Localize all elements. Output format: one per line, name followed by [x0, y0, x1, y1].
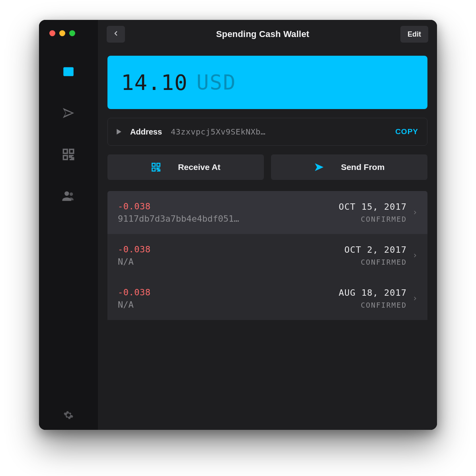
transaction-amount: -0.038	[118, 201, 339, 211]
qr-icon	[62, 148, 75, 163]
balance-amount: 14.10	[121, 70, 188, 95]
sidebar	[39, 20, 98, 430]
paper-plane-icon	[314, 162, 324, 172]
sidebar-item-send[interactable]	[60, 106, 76, 122]
transaction-status: CONFIRMED	[344, 258, 407, 266]
disclosure-triangle-icon	[117, 129, 121, 135]
transaction-amount: -0.038	[118, 287, 339, 297]
address-label: Address	[130, 127, 162, 137]
minimize-window-button[interactable]	[59, 30, 65, 36]
send-button-label: Send From	[341, 162, 385, 172]
zoom-window-button[interactable]	[69, 30, 75, 36]
receive-button-label: Receive At	[178, 162, 220, 172]
balance-currency: USD	[197, 70, 236, 94]
transaction-date: OCT 15, 2017	[339, 202, 407, 212]
chevron-left-icon	[112, 30, 119, 39]
gear-icon	[63, 410, 74, 422]
transaction-row[interactable]: -0.038 N/A AUG 18, 2017 CONFIRMED	[107, 277, 427, 320]
copy-address-button[interactable]: COPY	[395, 127, 418, 136]
transaction-date: OCT 2, 2017	[344, 245, 407, 255]
main-panel: Spending Cash Wallet Edit 14.10 USD Addr…	[98, 20, 437, 430]
sidebar-item-wallets[interactable]	[60, 64, 76, 80]
back-button[interactable]	[107, 26, 125, 43]
chevron-right-icon	[412, 251, 418, 260]
svg-rect-3	[70, 149, 74, 153]
chevron-right-icon	[412, 208, 418, 217]
transaction-date: AUG 18, 2017	[339, 288, 407, 298]
page-title: Spending Cash Wallet	[131, 29, 395, 39]
contacts-icon	[62, 189, 75, 204]
action-buttons: Receive At Send From	[107, 154, 427, 180]
header: Spending Cash Wallet Edit	[98, 20, 437, 49]
edit-button[interactable]: Edit	[400, 26, 428, 43]
svg-rect-2	[63, 149, 67, 153]
svg-rect-4	[63, 156, 67, 160]
svg-rect-9	[157, 163, 160, 166]
transaction-status: CONFIRMED	[339, 301, 407, 309]
svg-rect-10	[152, 168, 155, 171]
qr-icon	[151, 162, 161, 172]
sidebar-item-contacts[interactable]	[60, 189, 76, 205]
paper-plane-icon	[62, 106, 75, 121]
receive-button[interactable]: Receive At	[107, 154, 264, 180]
transaction-detail: 9117db7d3a7bb4e4bdf051…	[118, 214, 339, 224]
transaction-status: CONFIRMED	[339, 215, 407, 223]
svg-rect-8	[152, 163, 155, 166]
transaction-detail: N/A	[118, 300, 339, 310]
svg-point-5	[64, 191, 69, 196]
transaction-list: -0.038 9117db7d3a7bb4e4bdf051… OCT 15, 2…	[107, 191, 427, 320]
sidebar-item-receive[interactable]	[60, 147, 76, 163]
send-button[interactable]: Send From	[271, 154, 427, 180]
svg-point-6	[70, 193, 73, 196]
transaction-amount: -0.038	[118, 244, 344, 254]
balance-card: 14.10 USD	[107, 56, 427, 109]
transaction-row[interactable]: -0.038 9117db7d3a7bb4e4bdf051… OCT 15, 2…	[107, 191, 427, 234]
svg-rect-1	[63, 67, 74, 70]
sidebar-item-settings[interactable]	[60, 414, 76, 430]
address-value: 43zxvpcj5Xv9SEkNXb…	[171, 127, 386, 137]
close-window-button[interactable]	[49, 30, 55, 36]
window-controls	[49, 30, 75, 36]
app-window: Spending Cash Wallet Edit 14.10 USD Addr…	[39, 20, 437, 430]
transaction-row[interactable]: -0.038 N/A OCT 2, 2017 CONFIRMED	[107, 234, 427, 277]
address-row[interactable]: Address 43zxvpcj5Xv9SEkNXb… COPY	[107, 118, 427, 146]
transaction-detail: N/A	[118, 257, 344, 267]
svg-marker-7	[117, 129, 121, 135]
wallet-icon	[62, 65, 75, 80]
chevron-right-icon	[412, 294, 418, 303]
